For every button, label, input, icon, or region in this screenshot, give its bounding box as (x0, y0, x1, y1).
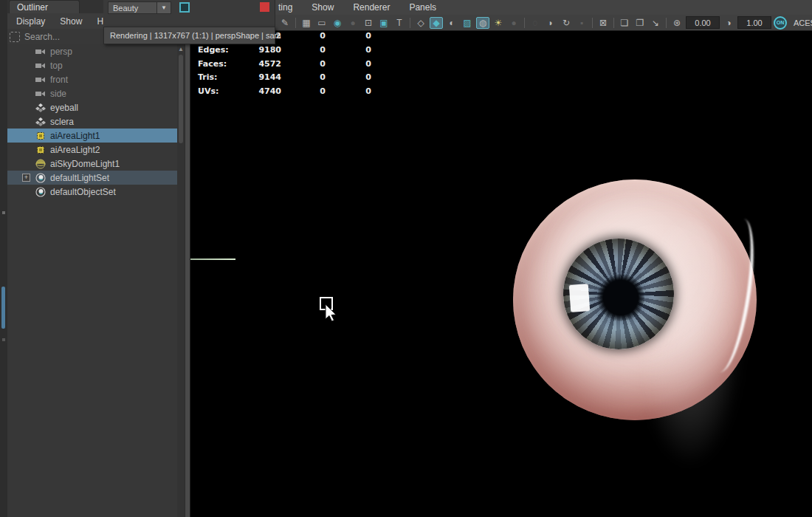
outliner-tree: persp top front side eyeball sclera aiAr… (7, 44, 177, 517)
panel-divider[interactable] (185, 0, 190, 517)
view-transform-toggle[interactable]: ON (774, 16, 787, 30)
image-plane-icon[interactable]: ▣ (377, 17, 390, 29)
viewport-icon-bar: ✎ ▦ ▭ ◉ ● ⊡ ▣ T ◇ ◆ ◐ ▨ ◍ ☀ ● ◌ ◗ ↻ ▪ ⊠ … (275, 15, 812, 31)
menu-show[interactable]: Show (312, 2, 334, 13)
iris-specular-highlight (569, 284, 591, 312)
shadows-off-icon[interactable]: ● (507, 17, 520, 29)
outliner-panel: Outliner Display Show Help Search... per… (7, 0, 185, 517)
wireframe-icon[interactable]: ◇ (414, 17, 427, 29)
outliner-item-aiSkyDomeLight1[interactable]: aiSkyDomeLight1 (7, 157, 177, 171)
shaded-icon[interactable]: ◆ (430, 17, 443, 29)
colorspace-label[interactable]: ACES 1.0 SDR-video (sRG (794, 18, 812, 27)
outliner-item-defaultObjectSet[interactable]: defaultObjectSet (7, 185, 177, 199)
render-status-tooltip: Rendering | 1317x767 (1:1) | perspShape … (103, 27, 275, 44)
edge-dot (2, 338, 5, 341)
gate-mask-off-icon[interactable]: ● (346, 17, 359, 29)
outliner-item-aiAreaLight2[interactable]: aiAreaLight2 (7, 143, 177, 157)
edge-dot (2, 211, 5, 214)
search-input[interactable]: Search... (24, 32, 60, 42)
camera-icon (35, 61, 46, 71)
resolution-gate-icon[interactable]: ◉ (331, 17, 344, 29)
item-label: top (50, 61, 63, 71)
grid-icon[interactable]: ▦ (300, 17, 313, 29)
skydome-light-icon (35, 159, 46, 169)
mesh-icon (35, 103, 46, 113)
aov-selected-value: Beauty (109, 4, 156, 13)
mesh-icon (35, 117, 46, 127)
item-label: defaultLightSet (50, 173, 109, 183)
edge-accent-bar (1, 287, 5, 329)
chevron-down-icon[interactable]: ▼ (156, 2, 171, 13)
area-light-icon (35, 145, 46, 155)
tab-outliner[interactable]: Outliner (9, 0, 80, 13)
scrollbar-thumb[interactable] (179, 55, 183, 143)
separator (410, 18, 410, 28)
render-progress-line (190, 258, 235, 260)
set-icon (35, 173, 46, 183)
motion-blur-icon[interactable]: ◗ (544, 17, 557, 29)
camera-icon (35, 89, 46, 99)
scroll-up-icon[interactable]: ▲ (178, 46, 184, 52)
item-label: eyeball (50, 103, 78, 113)
item-label: aiAreaLight1 (50, 131, 100, 141)
wireframe-on-shaded-icon[interactable]: ◐ (445, 17, 458, 29)
filter-icon[interactable] (10, 32, 20, 42)
renderview-toolbar: Beauty ▼ (103, 0, 275, 27)
separator (524, 18, 525, 28)
gate-mask-icon[interactable]: ⊡ (362, 17, 375, 29)
gamma-field[interactable]: 1.00 (737, 16, 771, 29)
ambient-occlusion-icon[interactable]: ◌ (529, 17, 542, 29)
outliner-item-front[interactable]: front (7, 72, 177, 86)
snapshot-compare-icon[interactable]: ❐ (633, 17, 647, 29)
pencil-icon[interactable]: ✎ (278, 17, 292, 29)
outliner-item-sclera[interactable]: sclera (7, 114, 177, 129)
outliner-item-side[interactable]: side (7, 86, 177, 100)
menu-display[interactable]: Display (16, 16, 45, 27)
menu-lighting-partial[interactable]: ting (278, 2, 292, 13)
expand-icon[interactable]: + (22, 174, 30, 182)
pan-zoom-icon[interactable]: ↘ (649, 17, 662, 29)
greyed-icon[interactable]: ▪ (575, 17, 588, 29)
pupil (597, 274, 644, 321)
menu-panels[interactable]: Panels (409, 2, 436, 13)
use-all-lights-icon[interactable]: ◍ (476, 17, 489, 29)
exposure-field[interactable]: 0.00 (686, 16, 720, 29)
outliner-item-top[interactable]: top (7, 58, 177, 72)
hud-icon[interactable]: T (393, 17, 406, 29)
film-gate-icon[interactable]: ▭ (315, 17, 328, 29)
item-label: side (50, 89, 66, 99)
camera-icon (35, 75, 46, 85)
item-label: defaultObjectSet (50, 187, 116, 197)
set-icon (35, 187, 46, 197)
stop-render-button[interactable] (260, 2, 269, 12)
aov-dropdown[interactable]: Beauty ▼ (108, 1, 171, 14)
render-viewport[interactable]: 2 0 0 Edges: 9180 0 0 Faces: 4572 0 0 Tr… (190, 0, 812, 517)
menu-renderer[interactable]: Renderer (353, 2, 390, 13)
item-label: aiSkyDomeLight1 (50, 159, 120, 169)
rendered-eyeball (513, 179, 757, 420)
window-edge-strip (0, 0, 7, 517)
isolate-select-icon[interactable]: ⊠ (596, 17, 610, 29)
gamma-icon[interactable]: ◑ (722, 17, 735, 29)
separator (592, 18, 593, 28)
outliner-scrollbar[interactable]: ▲ (177, 44, 185, 517)
snapshot-icon[interactable]: ❏ (618, 17, 631, 29)
outliner-item-persp[interactable]: persp (7, 44, 177, 58)
panel-menubar: ting Show Renderer Panels (275, 0, 812, 15)
exposure-icon[interactable]: ⊛ (670, 17, 684, 29)
default-lighting-icon[interactable]: ☀ (492, 17, 505, 29)
mouse-cursor (320, 297, 345, 327)
area-light-icon (35, 131, 46, 141)
refresh-icon[interactable]: ↻ (560, 17, 573, 29)
menu-show[interactable]: Show (60, 16, 82, 27)
outliner-item-defaultLightSet[interactable]: + defaultLightSet (7, 171, 177, 185)
item-label: sclera (50, 117, 74, 127)
camera-icon (35, 47, 46, 57)
outliner-item-eyeball[interactable]: eyeball (7, 100, 177, 114)
separator (666, 18, 667, 28)
outliner-item-aiAreaLight1[interactable]: aiAreaLight1 (7, 129, 177, 143)
item-label: persp (50, 47, 72, 57)
region-render-icon[interactable] (179, 2, 190, 13)
item-label: front (50, 75, 68, 85)
textured-icon[interactable]: ▨ (461, 17, 474, 29)
